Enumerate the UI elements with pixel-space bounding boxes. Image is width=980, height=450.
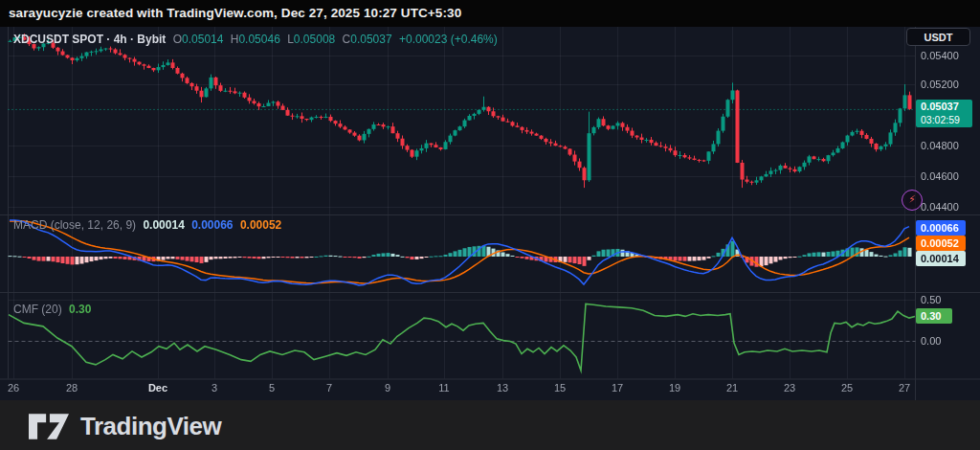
macd-title: MACD [13, 218, 47, 232]
open-label: O [173, 33, 182, 46]
cmf-axis-label: 0.00 [921, 334, 941, 348]
price-axis-label: 0.04800 [921, 139, 959, 152]
macd-axis-badge: 0.00066 [916, 220, 966, 236]
cmf-legend[interactable]: CMF (20) 0.30 [13, 303, 95, 316]
cmf-axis-label: 0.50 [921, 293, 941, 306]
date-axis-label: 17 [612, 382, 623, 394]
cmf-value-badge: 0.30 [916, 308, 952, 324]
date-axis-label: 9 [385, 382, 390, 394]
date-axis-label: 15 [554, 382, 566, 394]
date-axis-label: 23 [784, 382, 795, 394]
low-label: L [287, 33, 294, 46]
chart-area: XDCUSDT SPOT · 4h · Bybit O0.05014 H0.05… [0, 27, 980, 400]
attribution-bar: sarayucyzie created with TradingView.com… [0, 0, 980, 27]
last-price-badge: 0.05037 03:02:59 [916, 100, 972, 127]
date-axis-label: 13 [497, 382, 508, 394]
date-axis-label: 28 [66, 382, 78, 394]
attribution-text: sarayucyzie created with TradingView.com… [9, 6, 461, 20]
bar-countdown: 03:02:59 [921, 114, 972, 126]
date-axis-label: Dec [148, 382, 167, 394]
macd-axis-badge: 0.00052 [916, 236, 966, 251]
open-value: 0.05014 [182, 33, 223, 46]
date-axis-label: 7 [326, 382, 332, 394]
price-axis-label: 0.05200 [921, 78, 959, 91]
tradingview-wordmark: TradingView [80, 412, 221, 441]
cmf-value: 0.30 [69, 303, 91, 316]
macd-signal-value: 0.00052 [240, 218, 281, 232]
date-axis-label: 11 [438, 382, 449, 394]
price-axis-label: 0.04400 [921, 200, 959, 214]
date-axis-label: 19 [669, 382, 680, 394]
currency-toggle-button[interactable]: USDT [906, 28, 970, 46]
symbol-title: XDCUSDT SPOT · 4h · Bybit [13, 33, 166, 46]
chart-canvas[interactable] [0, 27, 980, 400]
date-axis-label: 25 [841, 382, 853, 394]
high-value: 0.05046 [238, 33, 279, 46]
tradingview-logo[interactable]: TradingView [29, 412, 221, 441]
date-axis-label: 27 [899, 382, 910, 394]
change-value: +0.00023 (+0.46%) [399, 33, 498, 46]
tradingview-logo-icon [29, 414, 69, 439]
lightning-icon[interactable]: ⚡ [902, 190, 923, 211]
symbol-legend[interactable]: XDCUSDT SPOT · 4h · Bybit O0.05014 H0.05… [13, 33, 501, 46]
close-value: 0.05037 [350, 33, 391, 46]
price-axis-label: 0.04600 [921, 169, 959, 183]
macd-axis-badge: 0.00014 [916, 251, 966, 266]
macd-line-value: 0.00066 [191, 218, 233, 232]
date-axis-label: 26 [8, 382, 19, 394]
date-axis-label: 3 [212, 382, 217, 394]
last-price-value: 0.05037 [921, 100, 972, 114]
macd-hist-value: 0.00014 [143, 218, 184, 232]
date-axis-label: 21 [726, 382, 738, 394]
price-axis-label: 0.05400 [921, 49, 959, 62]
cmf-title: CMF [13, 303, 38, 316]
low-value: 0.05008 [294, 33, 335, 46]
close-label: C [343, 33, 351, 46]
cmf-params: (20) [41, 303, 61, 316]
date-axis-label: 5 [269, 382, 275, 394]
macd-params: (close, 12, 26, 9) [51, 218, 136, 232]
macd-legend[interactable]: MACD (close, 12, 26, 9) 0.00014 0.00066 … [13, 218, 285, 232]
